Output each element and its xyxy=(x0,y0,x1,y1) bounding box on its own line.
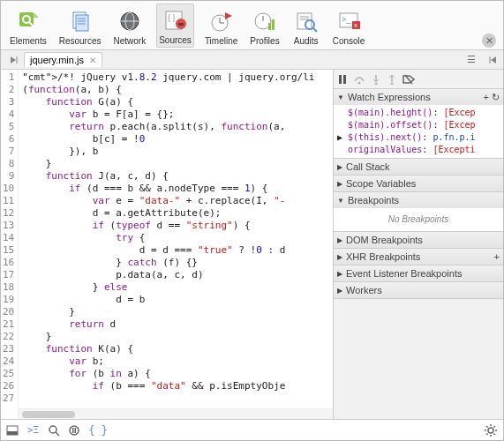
file-tab[interactable]: jquery.min.js ✕ xyxy=(24,52,102,67)
svg-line-26 xyxy=(313,28,317,32)
dock-button[interactable] xyxy=(6,425,19,436)
breakpoints-section-header[interactable]: ▼Breakpoints xyxy=(334,192,503,208)
tab-label: Console xyxy=(333,36,365,46)
watch-section-header[interactable]: ▼Watch Expressions+ ↻ xyxy=(334,89,503,105)
svg-point-35 xyxy=(358,81,361,84)
pause-button[interactable] xyxy=(337,74,348,85)
audit-magnifier-icon xyxy=(292,7,320,35)
scope-section-header[interactable]: ▶Scope Variables xyxy=(334,176,503,191)
tab-label: Audits xyxy=(294,36,319,46)
svg-point-43 xyxy=(49,426,56,433)
svg-rect-42 xyxy=(7,431,18,435)
status-bar: >Ξ { } xyxy=(1,419,503,440)
section-title: XHR Breakpoints xyxy=(346,251,420,262)
file-tab-label: jquery.min.js xyxy=(30,55,84,65)
tab-sources[interactable]: { } Sources xyxy=(156,4,194,48)
add-xhr-button[interactable]: + xyxy=(494,251,500,262)
tab-audits[interactable]: Audits xyxy=(290,5,322,48)
svg-rect-4 xyxy=(76,15,88,31)
svg-text:>_: >_ xyxy=(342,15,351,24)
section-title: Scope Variables xyxy=(346,178,416,189)
svg-rect-21 xyxy=(272,19,275,30)
tab-label: Resources xyxy=(59,36,102,46)
console-icon: >_x xyxy=(335,7,363,35)
tab-profiles[interactable]: Profiles xyxy=(248,5,281,48)
section-title: Call Stack xyxy=(346,161,390,172)
tab-network[interactable]: Network xyxy=(112,5,148,48)
line-gutter: 1 2 3 4 5 6 7 8 9 10 11 12 13 14 15 16 1… xyxy=(1,70,19,419)
tab-label: Network xyxy=(114,36,147,46)
script-bug-icon: { } xyxy=(162,6,190,34)
no-breakpoints-label: No Breakpoints xyxy=(337,210,500,229)
source-editor[interactable]: 1 2 3 4 5 6 7 8 9 10 11 12 13 14 15 16 1… xyxy=(1,70,334,419)
svg-rect-33 xyxy=(339,75,342,84)
close-devtools-button[interactable]: ✕ xyxy=(482,34,496,48)
section-title: Workers xyxy=(346,285,382,295)
section-title: Watch Expressions xyxy=(348,92,431,102)
svg-rect-47 xyxy=(75,428,77,433)
svg-line-56 xyxy=(494,426,496,428)
section-title: DOM Breakpoints xyxy=(346,235,423,245)
show-navigator-button[interactable] xyxy=(4,50,24,70)
svg-line-54 xyxy=(494,433,496,435)
svg-line-55 xyxy=(486,433,488,435)
clock-chart-icon xyxy=(251,7,279,35)
svg-point-39 xyxy=(391,82,394,85)
step-into-button[interactable] xyxy=(371,74,381,85)
svg-rect-34 xyxy=(343,75,346,84)
svg-rect-14 xyxy=(178,23,184,26)
main-toolbar: Elements Resources Network { } Sources T… xyxy=(1,1,503,50)
xhr-breakpoints-header[interactable]: ▶XHR Breakpoints+ xyxy=(334,249,503,265)
refresh-watch-button[interactable]: ↻ xyxy=(492,92,500,103)
tab-resources[interactable]: Resources xyxy=(57,5,103,48)
pretty-print-button[interactable]: { } xyxy=(88,424,108,437)
show-console-button[interactable]: >Ξ xyxy=(27,424,39,436)
section-title: Event Listener Breakpoints xyxy=(346,268,462,279)
tab-elements[interactable]: Elements xyxy=(8,5,49,48)
watch-body: $(main).height(): [Excep $(main).offset(… xyxy=(334,105,503,158)
svg-point-37 xyxy=(375,82,378,85)
debugger-controls xyxy=(334,70,503,89)
svg-point-45 xyxy=(70,426,79,435)
tab-console[interactable]: >_x Console xyxy=(331,5,367,48)
svg-text:{ }: { } xyxy=(168,13,176,22)
tab-label: Sources xyxy=(159,35,192,45)
tab-label: Timeline xyxy=(205,36,237,46)
workers-section-header[interactable]: ▶Workers xyxy=(334,282,503,298)
dom-breakpoints-header[interactable]: ▶DOM Breakpoints xyxy=(334,232,503,248)
magnifier-icon xyxy=(14,7,42,35)
add-watch-button[interactable]: + xyxy=(484,92,489,102)
tab-timeline[interactable]: Timeline xyxy=(203,5,239,48)
tab-label: Elements xyxy=(10,36,47,46)
settings-button[interactable] xyxy=(484,423,498,437)
pause-exceptions-button[interactable] xyxy=(69,425,79,436)
horizontal-scrollbar[interactable] xyxy=(19,408,333,419)
svg-point-48 xyxy=(488,428,493,433)
clock-flag-icon xyxy=(207,7,236,35)
svg-line-53 xyxy=(486,426,488,428)
history-nav-button[interactable]: ☰ xyxy=(461,50,482,70)
globe-icon xyxy=(116,7,144,35)
search-icon[interactable] xyxy=(48,424,60,437)
debugger-pane: ▼Watch Expressions+ ↻ $(main).height(): … xyxy=(334,70,503,419)
svg-rect-46 xyxy=(72,428,74,433)
file-tab-strip: jquery.min.js ✕ ☰ xyxy=(1,50,503,70)
callstack-section-header[interactable]: ▶Call Stack xyxy=(334,159,503,175)
documents-icon xyxy=(66,7,94,35)
event-breakpoints-header[interactable]: ▶Event Listener Breakpoints xyxy=(334,265,503,281)
svg-text:x: x xyxy=(354,21,357,29)
close-tab-button[interactable]: ✕ xyxy=(89,56,96,65)
code-content[interactable]: "cmt">/*! jQuery v1.8.2 jquery.com | jqu… xyxy=(19,70,333,408)
step-over-button[interactable] xyxy=(353,74,365,85)
section-title: Breakpoints xyxy=(348,195,399,206)
svg-rect-20 xyxy=(268,23,271,30)
deactivate-breakpoints-button[interactable] xyxy=(402,74,415,85)
svg-line-44 xyxy=(56,432,59,436)
step-out-button[interactable] xyxy=(387,74,397,85)
tab-label: Profiles xyxy=(250,36,279,46)
toggle-sidebar-button[interactable] xyxy=(482,50,503,70)
